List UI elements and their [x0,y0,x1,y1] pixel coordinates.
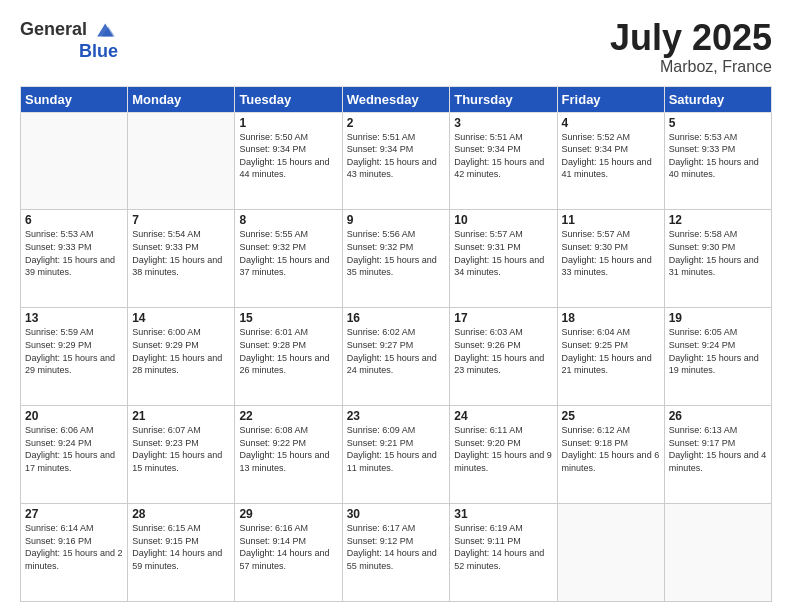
day-number: 28 [132,507,230,521]
day-of-week-header: Sunday [21,86,128,112]
day-info: Sunrise: 5:50 AM Sunset: 9:34 PM Dayligh… [239,131,337,181]
day-number: 5 [669,116,767,130]
day-info: Sunrise: 5:59 AM Sunset: 9:29 PM Dayligh… [25,326,123,376]
day-info: Sunrise: 5:52 AM Sunset: 9:34 PM Dayligh… [562,131,660,181]
calendar-cell: 7Sunrise: 5:54 AM Sunset: 9:33 PM Daylig… [128,210,235,308]
logo-general-text: General [20,18,118,42]
calendar-cell: 27Sunrise: 6:14 AM Sunset: 9:16 PM Dayli… [21,504,128,602]
day-info: Sunrise: 5:55 AM Sunset: 9:32 PM Dayligh… [239,228,337,278]
day-number: 6 [25,213,123,227]
day-number: 14 [132,311,230,325]
day-info: Sunrise: 6:01 AM Sunset: 9:28 PM Dayligh… [239,326,337,376]
day-number: 7 [132,213,230,227]
day-number: 13 [25,311,123,325]
day-info: Sunrise: 6:14 AM Sunset: 9:16 PM Dayligh… [25,522,123,572]
calendar-table: SundayMondayTuesdayWednesdayThursdayFrid… [20,86,772,602]
day-number: 17 [454,311,552,325]
day-number: 29 [239,507,337,521]
day-info: Sunrise: 5:53 AM Sunset: 9:33 PM Dayligh… [25,228,123,278]
day-number: 24 [454,409,552,423]
day-number: 2 [347,116,446,130]
logo-blue-text: Blue [79,42,118,60]
day-number: 3 [454,116,552,130]
day-info: Sunrise: 5:51 AM Sunset: 9:34 PM Dayligh… [347,131,446,181]
day-of-week-header: Monday [128,86,235,112]
calendar-cell [557,504,664,602]
day-of-week-header: Wednesday [342,86,450,112]
calendar-cell: 26Sunrise: 6:13 AM Sunset: 9:17 PM Dayli… [664,406,771,504]
day-info: Sunrise: 6:04 AM Sunset: 9:25 PM Dayligh… [562,326,660,376]
calendar-cell: 28Sunrise: 6:15 AM Sunset: 9:15 PM Dayli… [128,504,235,602]
day-info: Sunrise: 5:56 AM Sunset: 9:32 PM Dayligh… [347,228,446,278]
calendar-cell: 6Sunrise: 5:53 AM Sunset: 9:33 PM Daylig… [21,210,128,308]
calendar-cell [128,112,235,210]
day-number: 4 [562,116,660,130]
day-number: 20 [25,409,123,423]
calendar-cell: 23Sunrise: 6:09 AM Sunset: 9:21 PM Dayli… [342,406,450,504]
day-number: 9 [347,213,446,227]
calendar-cell: 21Sunrise: 6:07 AM Sunset: 9:23 PM Dayli… [128,406,235,504]
calendar-cell [664,504,771,602]
title-block: July 2025 Marboz, France [610,18,772,76]
day-of-week-header: Tuesday [235,86,342,112]
calendar-cell: 22Sunrise: 6:08 AM Sunset: 9:22 PM Dayli… [235,406,342,504]
day-info: Sunrise: 6:02 AM Sunset: 9:27 PM Dayligh… [347,326,446,376]
day-info: Sunrise: 5:58 AM Sunset: 9:30 PM Dayligh… [669,228,767,278]
day-info: Sunrise: 6:12 AM Sunset: 9:18 PM Dayligh… [562,424,660,474]
day-number: 21 [132,409,230,423]
day-info: Sunrise: 6:06 AM Sunset: 9:24 PM Dayligh… [25,424,123,474]
calendar-cell: 17Sunrise: 6:03 AM Sunset: 9:26 PM Dayli… [450,308,557,406]
calendar-cell [21,112,128,210]
day-of-week-header: Saturday [664,86,771,112]
day-info: Sunrise: 6:05 AM Sunset: 9:24 PM Dayligh… [669,326,767,376]
day-info: Sunrise: 6:17 AM Sunset: 9:12 PM Dayligh… [347,522,446,572]
day-number: 27 [25,507,123,521]
calendar-cell: 4Sunrise: 5:52 AM Sunset: 9:34 PM Daylig… [557,112,664,210]
day-number: 22 [239,409,337,423]
logo-icon [94,18,118,42]
day-info: Sunrise: 6:09 AM Sunset: 9:21 PM Dayligh… [347,424,446,474]
day-number: 19 [669,311,767,325]
day-number: 26 [669,409,767,423]
calendar-week-row: 1Sunrise: 5:50 AM Sunset: 9:34 PM Daylig… [21,112,772,210]
day-number: 11 [562,213,660,227]
calendar-cell: 11Sunrise: 5:57 AM Sunset: 9:30 PM Dayli… [557,210,664,308]
day-info: Sunrise: 6:13 AM Sunset: 9:17 PM Dayligh… [669,424,767,474]
location: Marboz, France [610,58,772,76]
calendar-cell: 13Sunrise: 5:59 AM Sunset: 9:29 PM Dayli… [21,308,128,406]
day-info: Sunrise: 6:16 AM Sunset: 9:14 PM Dayligh… [239,522,337,572]
calendar-cell: 9Sunrise: 5:56 AM Sunset: 9:32 PM Daylig… [342,210,450,308]
day-number: 8 [239,213,337,227]
day-number: 12 [669,213,767,227]
calendar-cell: 15Sunrise: 6:01 AM Sunset: 9:28 PM Dayli… [235,308,342,406]
header: General Blue July 2025 Marboz, France [20,18,772,76]
calendar-cell: 25Sunrise: 6:12 AM Sunset: 9:18 PM Dayli… [557,406,664,504]
day-info: Sunrise: 5:57 AM Sunset: 9:31 PM Dayligh… [454,228,552,278]
calendar-cell: 20Sunrise: 6:06 AM Sunset: 9:24 PM Dayli… [21,406,128,504]
day-number: 16 [347,311,446,325]
calendar-week-row: 6Sunrise: 5:53 AM Sunset: 9:33 PM Daylig… [21,210,772,308]
day-info: Sunrise: 6:07 AM Sunset: 9:23 PM Dayligh… [132,424,230,474]
logo: General Blue [20,18,118,60]
calendar-week-row: 13Sunrise: 5:59 AM Sunset: 9:29 PM Dayli… [21,308,772,406]
calendar-week-row: 27Sunrise: 6:14 AM Sunset: 9:16 PM Dayli… [21,504,772,602]
calendar-cell: 24Sunrise: 6:11 AM Sunset: 9:20 PM Dayli… [450,406,557,504]
calendar-cell: 10Sunrise: 5:57 AM Sunset: 9:31 PM Dayli… [450,210,557,308]
day-info: Sunrise: 5:57 AM Sunset: 9:30 PM Dayligh… [562,228,660,278]
calendar-cell: 8Sunrise: 5:55 AM Sunset: 9:32 PM Daylig… [235,210,342,308]
calendar-cell: 12Sunrise: 5:58 AM Sunset: 9:30 PM Dayli… [664,210,771,308]
month-title: July 2025 [610,18,772,58]
page: General Blue July 2025 Marboz, France Su… [0,0,792,612]
calendar-cell: 5Sunrise: 5:53 AM Sunset: 9:33 PM Daylig… [664,112,771,210]
calendar-cell: 16Sunrise: 6:02 AM Sunset: 9:27 PM Dayli… [342,308,450,406]
day-number: 30 [347,507,446,521]
day-number: 18 [562,311,660,325]
calendar-cell: 2Sunrise: 5:51 AM Sunset: 9:34 PM Daylig… [342,112,450,210]
day-of-week-header: Thursday [450,86,557,112]
calendar-cell: 30Sunrise: 6:17 AM Sunset: 9:12 PM Dayli… [342,504,450,602]
day-info: Sunrise: 6:19 AM Sunset: 9:11 PM Dayligh… [454,522,552,572]
day-number: 25 [562,409,660,423]
day-number: 10 [454,213,552,227]
calendar-week-row: 20Sunrise: 6:06 AM Sunset: 9:24 PM Dayli… [21,406,772,504]
calendar-cell: 14Sunrise: 6:00 AM Sunset: 9:29 PM Dayli… [128,308,235,406]
